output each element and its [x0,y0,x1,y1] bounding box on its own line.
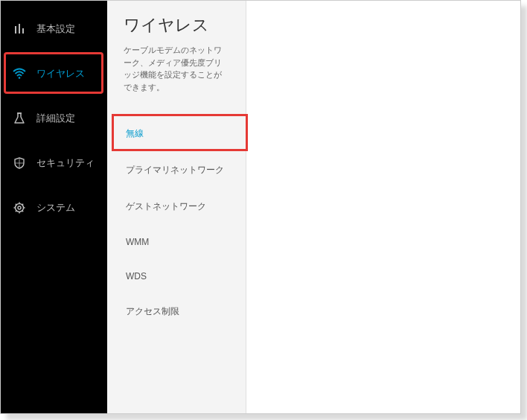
sidebar-item-wireless[interactable]: ワイヤレス [1,51,107,96]
submenu-item-label: プライマリネットワーク [126,165,224,175]
submenu-item-label: WMM [126,237,149,247]
page-title: ワイヤレス [107,14,246,44]
submenu-item-label: WDS [126,271,147,281]
submenu-item-wmm[interactable]: WMM [107,225,246,259]
gear-icon [13,201,26,214]
sidebar-item-label: 基本設定 [36,22,75,36]
app-window: 基本設定 ワイヤレス 詳細設定 [0,0,521,414]
submenu-list: 無線 プライマリネットワーク ゲストネットワーク WMM WDS アクセス制限 [107,108,246,330]
submenu-item-wds[interactable]: WDS [107,259,246,293]
content-area: ワイヤレス ケーブルモデムのネットワーク、メディア優先度ブリッジ機能を設定するこ… [107,1,520,413]
svg-rect-1 [19,24,20,34]
svg-rect-0 [15,26,16,34]
page-description: ケーブルモデムのネットワーク、メディア優先度ブリッジ機能を設定することができます… [107,44,246,108]
svg-point-6 [18,206,21,209]
sidebar-item-label: ワイヤレス [36,67,85,80]
sidebar-item-security[interactable]: セキュリティ [1,141,107,185]
submenu-panel: ワイヤレス ケーブルモデムのネットワーク、メディア優先度ブリッジ機能を設定するこ… [107,1,246,413]
sidebar-item-label: セキュリティ [36,156,95,170]
sidebar-item-advanced[interactable]: 詳細設定 [1,96,107,141]
sidebar-item-label: 詳細設定 [36,112,75,125]
sidebar-item-basic[interactable]: 基本設定 [1,7,107,51]
sliders-icon [13,22,26,36]
sidebar: 基本設定 ワイヤレス 詳細設定 [1,1,107,413]
main-panel [246,1,520,413]
submenu-item-access-control[interactable]: アクセス制限 [107,293,246,330]
shield-icon [13,156,26,170]
submenu-item-radio[interactable]: 無線 [107,115,246,152]
submenu-item-label: 無線 [126,128,144,139]
submenu-item-label: アクセス制限 [126,306,179,316]
submenu-item-primary-network[interactable]: プライマリネットワーク [107,152,246,188]
svg-point-3 [19,77,21,79]
submenu-item-guest-network[interactable]: ゲストネットワーク [107,188,246,225]
submenu-item-label: ゲストネットワーク [126,201,206,211]
flask-icon [13,112,26,125]
wifi-icon [13,67,26,80]
svg-rect-2 [22,28,24,34]
sidebar-item-label: システム [36,201,75,214]
sidebar-item-system[interactable]: システム [1,185,107,230]
